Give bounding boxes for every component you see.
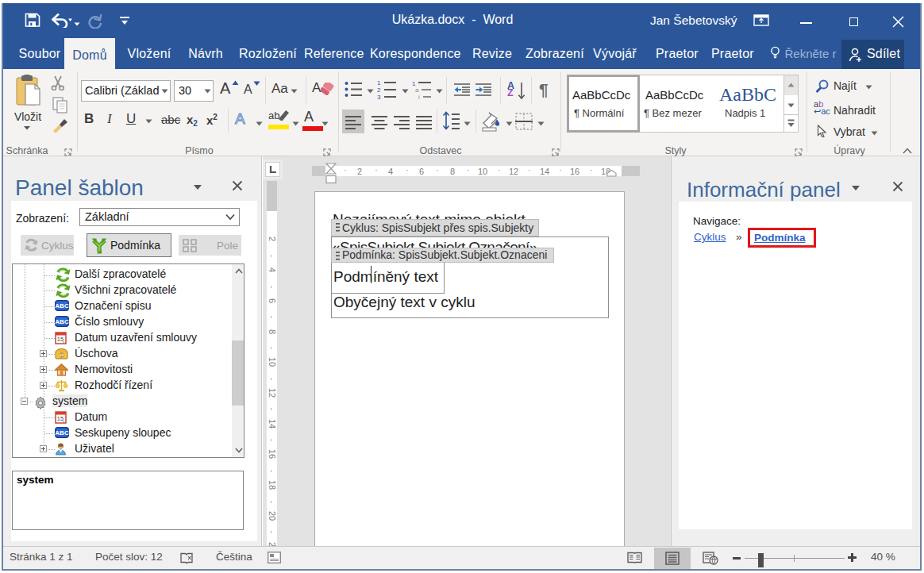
svg-text:ABC: ABC <box>55 318 69 325</box>
svg-text:3: 3 <box>377 94 381 99</box>
svg-text:2: 2 <box>377 87 381 94</box>
svg-text:i: i <box>418 94 420 99</box>
svg-text:15: 15 <box>57 415 64 422</box>
svg-text:ABC: ABC <box>55 429 69 436</box>
svg-text:a: a <box>415 87 419 94</box>
svg-text:15: 15 <box>57 336 64 343</box>
svg-text:$: $ <box>60 352 64 358</box>
svg-text:1: 1 <box>377 79 381 87</box>
svg-text:ABC: ABC <box>55 302 69 310</box>
